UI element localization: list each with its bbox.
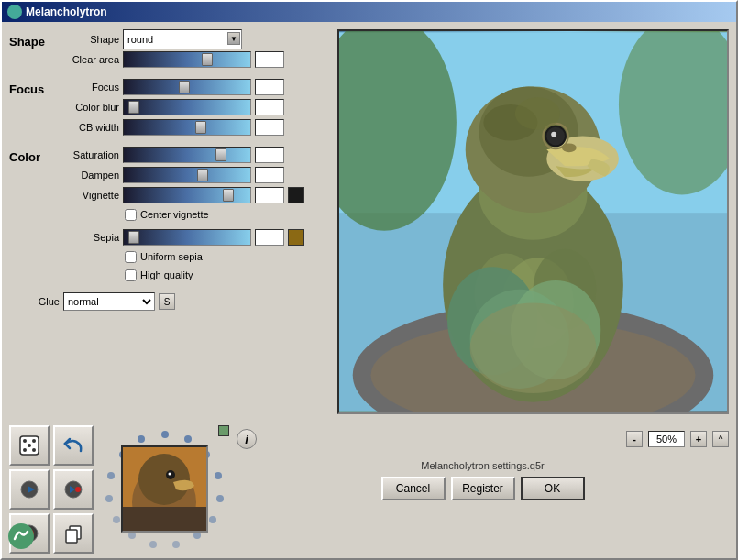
vignette-slider-container[interactable]	[123, 187, 251, 203]
center-vignette-label: Center vignette	[140, 209, 209, 220]
cancel-button[interactable]: Cancel	[381, 477, 446, 500]
saturation-label: Saturation	[55, 149, 119, 160]
zoom-minus-button[interactable]: -	[626, 431, 643, 447]
focus-input[interactable]: 31	[255, 79, 284, 95]
vignette-slider-track[interactable]	[123, 187, 251, 203]
dampen-slider-thumb[interactable]	[197, 169, 208, 181]
color-blur-row: Color blur 0	[55, 97, 330, 117]
dampen-input[interactable]: 40	[255, 167, 284, 183]
center-vignette-checkbox[interactable]	[125, 209, 137, 221]
zoom-display: 50%	[648, 431, 685, 447]
copy-icon	[62, 522, 84, 544]
clear-area-slider-container[interactable]	[123, 51, 251, 68]
focus-slider-container[interactable]	[123, 79, 251, 95]
uniform-sepia-checkbox[interactable]	[125, 251, 137, 263]
content-area: Shape Shape round square oval ▼	[2, 22, 736, 422]
titlebar: Melancholytron	[2, 2, 736, 22]
high-quality-checkbox[interactable]	[125, 269, 137, 281]
sepia-color-swatch[interactable]	[288, 229, 304, 246]
svg-point-26	[23, 439, 27, 443]
svg-rect-60	[123, 507, 206, 531]
sepia-slider-container[interactable]	[123, 229, 251, 246]
play-record-button[interactable]	[53, 469, 94, 510]
uniform-sepia-row: Uniform sepia	[125, 247, 330, 266]
color-blur-input[interactable]: 0	[255, 99, 284, 115]
glue-select[interactable]: normal multiply screen	[63, 292, 155, 311]
svg-point-27	[32, 439, 36, 443]
shape-row: Shape round square oval ▼	[55, 29, 330, 49]
sepia-label: Sepia	[55, 232, 119, 243]
shape-section-title: Shape	[9, 35, 55, 70]
register-button[interactable]: Register	[451, 477, 515, 500]
cb-width-slider-thumb[interactable]	[195, 121, 206, 134]
color-controls: Saturation 50 Dampen	[55, 145, 330, 284]
svg-point-47	[172, 541, 180, 548]
info-button[interactable]: i	[237, 429, 257, 449]
svg-point-51	[105, 495, 113, 502]
filename-display: Melancholytron settings.q5r	[237, 460, 729, 471]
app-icon	[7, 5, 22, 19]
uniform-sepia-label: Uniform sepia	[140, 251, 203, 262]
svg-point-54	[138, 435, 145, 443]
dampen-slider-container[interactable]	[123, 167, 251, 183]
vignette-input[interactable]: 57	[255, 187, 284, 203]
shape-label: Shape	[55, 34, 119, 45]
saturation-slider-container[interactable]	[123, 147, 251, 163]
color-section: Color Saturation 50 Dampen	[9, 145, 330, 284]
saturation-slider-track[interactable]	[123, 147, 251, 163]
circular-area	[101, 425, 229, 554]
color-section-title: Color	[9, 150, 55, 284]
shape-select[interactable]: round square oval	[123, 29, 242, 49]
cb-width-slider-track[interactable]	[123, 119, 251, 136]
svg-point-43	[215, 472, 222, 479]
svg-point-61	[8, 523, 34, 549]
focus-slider-track[interactable]	[123, 79, 251, 95]
glue-select-wrapper: normal multiply screen	[63, 292, 155, 311]
cb-width-row: CB width 40	[55, 117, 330, 137]
saturation-slider-thumb[interactable]	[215, 148, 226, 161]
clear-area-slider-thumb[interactable]	[202, 53, 213, 66]
sepia-slider-thumb[interactable]	[128, 231, 139, 244]
dice-button[interactable]	[9, 425, 50, 466]
vignette-slider-thumb[interactable]	[223, 189, 234, 202]
svg-point-48	[149, 541, 157, 548]
sepia-input[interactable]: 0	[255, 229, 284, 246]
cb-width-input[interactable]: 40	[255, 119, 284, 136]
svg-point-30	[32, 448, 36, 452]
focus-section-title: Focus	[9, 82, 55, 137]
parrot-svg	[339, 31, 727, 412]
color-blur-slider-thumb[interactable]	[128, 101, 139, 114]
left-panel: Shape Shape round square oval ▼	[9, 29, 330, 414]
status-indicator	[218, 425, 229, 436]
color-blur-slider-track[interactable]	[123, 99, 251, 115]
vignette-row: Vignette 57	[55, 185, 330, 205]
clear-area-slider-track[interactable]	[123, 51, 251, 68]
cb-width-slider-container[interactable]	[123, 119, 251, 136]
mini-preview-image	[121, 445, 208, 533]
undo-button[interactable]	[53, 425, 94, 466]
svg-point-41	[184, 435, 192, 443]
copy-button[interactable]	[53, 513, 94, 554]
sepia-slider-track[interactable]	[123, 229, 251, 246]
focus-slider-thumb[interactable]	[179, 81, 190, 93]
svg-point-35	[75, 487, 81, 492]
ok-button[interactable]: OK	[521, 477, 585, 500]
glue-extra-button[interactable]: S	[159, 293, 175, 310]
clear-area-input[interactable]: 41	[255, 51, 284, 68]
zoom-plus-button[interactable]: +	[690, 431, 707, 447]
svg-point-52	[107, 472, 115, 479]
saturation-input[interactable]: 50	[255, 147, 284, 163]
app-logo	[7, 522, 35, 550]
play-button[interactable]	[9, 469, 50, 510]
color-blur-slider-container[interactable]	[123, 99, 251, 115]
mini-parrot-svg	[123, 447, 206, 531]
image-preview	[337, 29, 729, 414]
svg-point-57	[138, 454, 190, 505]
shape-section: Shape Shape round square oval ▼	[9, 29, 330, 70]
main-window: Melancholytron Shape Shape round square …	[0, 0, 738, 560]
dampen-slider-track[interactable]	[123, 167, 251, 183]
zoom-arrow-button[interactable]: ^	[712, 431, 729, 447]
high-quality-row: High quality	[125, 266, 330, 284]
vignette-color-swatch[interactable]	[288, 187, 304, 203]
dampen-label: Dampen	[55, 170, 119, 181]
